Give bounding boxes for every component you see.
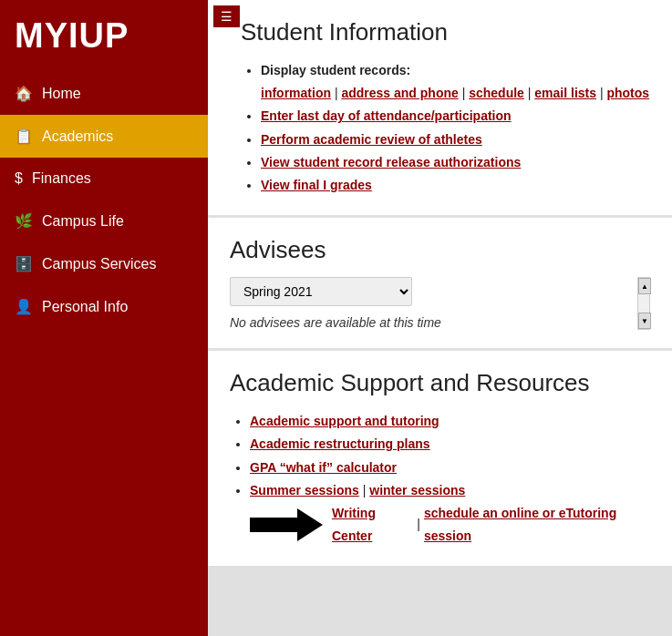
final-i-item: View final I grades bbox=[261, 174, 650, 197]
sidebar-item-finances[interactable]: $ Finances bbox=[0, 158, 208, 200]
advisees-scroll-area: Spring 2021 Fall 2020 Summer 2020 No adv… bbox=[230, 277, 650, 330]
link-information[interactable]: information bbox=[261, 86, 331, 100]
advisees-card: Advisees Spring 2021 Fall 2020 Summer 20… bbox=[208, 218, 672, 348]
sessions-item: Summer sessions | winter sessions bbox=[250, 479, 650, 502]
semester-select[interactable]: Spring 2021 Fall 2020 Summer 2020 bbox=[230, 277, 412, 306]
display-records-item: Display student records: information | a… bbox=[261, 59, 650, 105]
link-etutoring[interactable]: schedule an online or eTutoring session bbox=[424, 502, 650, 548]
academic-support-list: Academic support and tutoring Academic r… bbox=[230, 410, 650, 548]
academics-icon: 📋 bbox=[15, 128, 33, 145]
hamburger-button[interactable]: ☰ bbox=[213, 5, 240, 27]
sidebar-item-home-label: Home bbox=[42, 86, 81, 102]
gpa-calc-item: GPA “what if” calculator bbox=[250, 456, 650, 479]
finances-icon: $ bbox=[15, 170, 23, 187]
scroll-up-button[interactable]: ▲ bbox=[638, 278, 651, 294]
attendance-item: Enter last day of attendance/participati… bbox=[261, 105, 650, 128]
link-photos[interactable]: photos bbox=[606, 86, 649, 100]
link-address-phone[interactable]: address and phone bbox=[341, 86, 458, 100]
sidebar-item-campus-services[interactable]: 🗄️ Campus Services bbox=[0, 242, 208, 285]
athletes-item: Perform academic review of athletes bbox=[261, 128, 650, 151]
semester-select-row: Spring 2021 Fall 2020 Summer 2020 bbox=[230, 277, 634, 306]
sidebar: MYIUP 🏠 Home 📋 Academics $ Finances 🌿 Ca… bbox=[0, 0, 208, 636]
main-content: ☰ Student Information Display student re… bbox=[208, 0, 672, 636]
campus-life-icon: 🌿 bbox=[15, 212, 33, 230]
sidebar-item-finances-label: Finances bbox=[32, 170, 91, 187]
student-info-title: Student Information bbox=[241, 18, 650, 46]
sidebar-item-campus-life[interactable]: 🌿 Campus Life bbox=[0, 200, 208, 242]
no-advisees-text: No advisees are available at this time bbox=[230, 315, 634, 330]
campus-services-icon: 🗄️ bbox=[15, 255, 33, 272]
link-writing-center[interactable]: Writing Center bbox=[332, 502, 413, 548]
link-schedule[interactable]: schedule bbox=[469, 86, 524, 100]
release-auth-item: View student record release authorizatio… bbox=[261, 151, 650, 174]
app-logo: MYIUP bbox=[0, 0, 208, 72]
link-athletes[interactable]: Perform academic review of athletes bbox=[261, 132, 482, 147]
student-info-list: Display student records: information | a… bbox=[241, 59, 650, 197]
link-restructuring[interactable]: Academic restructuring plans bbox=[250, 436, 430, 451]
arrow-icon bbox=[250, 508, 323, 541]
cards-wrapper: ☰ Student Information Display student re… bbox=[208, 0, 672, 566]
link-gpa-calc[interactable]: GPA “what if” calculator bbox=[250, 460, 397, 475]
sidebar-item-academics[interactable]: 📋 Academics bbox=[0, 115, 208, 158]
link-tutoring[interactable]: Academic support and tutoring bbox=[250, 414, 439, 428]
link-release-auth[interactable]: View student record release authorizatio… bbox=[261, 155, 521, 169]
home-icon: 🏠 bbox=[15, 85, 33, 102]
svg-marker-0 bbox=[250, 508, 323, 541]
sidebar-item-home[interactable]: 🏠 Home bbox=[0, 72, 208, 115]
scroll-track: ▲ ▼ bbox=[637, 277, 650, 330]
academic-support-title: Academic Support and Resources bbox=[230, 369, 650, 397]
sidebar-item-campus-life-label: Campus Life bbox=[42, 213, 124, 230]
sidebar-item-academics-label: Academics bbox=[42, 128, 113, 145]
writing-center-item: Writing Center | schedule an online or e… bbox=[250, 502, 650, 548]
advisees-title: Advisees bbox=[230, 236, 650, 264]
sidebar-item-personal-info[interactable]: 👤 Personal Info bbox=[0, 285, 208, 328]
sidebar-item-personal-info-label: Personal Info bbox=[42, 299, 128, 315]
link-email-lists[interactable]: email lists bbox=[534, 86, 596, 100]
display-records-label: Display student records: bbox=[261, 63, 410, 77]
link-attendance[interactable]: Enter last day of attendance/participati… bbox=[261, 108, 512, 123]
sidebar-item-campus-services-label: Campus Services bbox=[42, 256, 156, 272]
link-final-i[interactable]: View final I grades bbox=[261, 178, 372, 192]
academic-support-card: Academic Support and Resources Academic … bbox=[208, 351, 672, 566]
link-summer-sessions[interactable]: Summer sessions bbox=[250, 483, 359, 498]
scroll-down-button[interactable]: ▼ bbox=[638, 313, 651, 329]
tutoring-item: Academic support and tutoring bbox=[250, 410, 650, 433]
restructuring-item: Academic restructuring plans bbox=[250, 433, 650, 456]
link-winter-sessions[interactable]: winter sessions bbox=[369, 483, 465, 498]
student-info-card: ☰ Student Information Display student re… bbox=[208, 0, 672, 215]
personal-info-icon: 👤 bbox=[15, 298, 33, 315]
